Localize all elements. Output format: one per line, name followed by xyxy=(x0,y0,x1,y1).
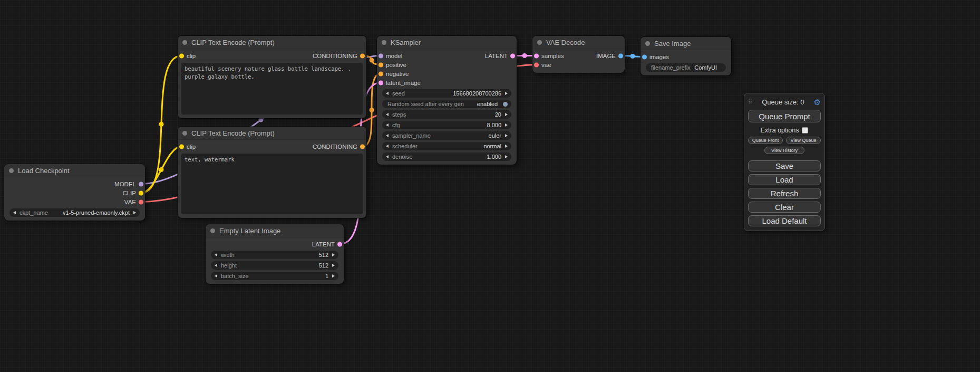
decrement-arrow-icon[interactable] xyxy=(386,92,389,95)
collapse-dot-icon[interactable] xyxy=(537,40,542,45)
refresh-button[interactable]: Refresh xyxy=(748,188,821,199)
increment-arrow-icon[interactable] xyxy=(133,211,136,214)
decrement-arrow-icon[interactable] xyxy=(386,113,389,116)
samples-input-dot[interactable] xyxy=(534,53,539,58)
widget-label: seed xyxy=(392,90,405,97)
denoise-widget[interactable]: denoise 1.000 xyxy=(382,152,511,161)
latent-image-input-dot[interactable] xyxy=(379,80,383,85)
view-queue-button[interactable]: View Queue xyxy=(786,137,821,144)
node-vae-decode[interactable]: VAE Decode samples IMAGE vae xyxy=(532,36,625,73)
vae-output-dot[interactable] xyxy=(139,199,143,204)
prompt-textarea[interactable]: beautiful scenery nature glass bottle la… xyxy=(181,63,363,115)
load-button[interactable]: Load xyxy=(748,174,821,185)
node-title-bar[interactable]: VAE Decode xyxy=(532,36,625,49)
queue-front-button[interactable]: Queue Front xyxy=(748,137,783,144)
batch-size-widget[interactable]: batch_size 1 xyxy=(211,272,338,280)
clip-output-dot[interactable] xyxy=(139,190,143,195)
images-input-dot[interactable] xyxy=(642,54,647,59)
node-title-bar[interactable]: Save Image xyxy=(641,37,731,50)
positive-input-dot[interactable] xyxy=(379,62,383,67)
input-slot-row: latent_image xyxy=(377,78,517,87)
node-title-bar[interactable]: CLIP Text Encode (Prompt) xyxy=(178,36,366,49)
node-title-bar[interactable]: CLIP Text Encode (Prompt) xyxy=(178,127,366,140)
save-button[interactable]: Save xyxy=(748,160,821,171)
node-title-bar[interactable]: KSampler xyxy=(377,36,517,49)
image-output-dot[interactable] xyxy=(618,53,623,58)
widget-value: 512 xyxy=(319,262,328,269)
increment-arrow-icon[interactable] xyxy=(505,134,508,137)
collapse-dot-icon[interactable] xyxy=(9,168,14,173)
node-load-checkpoint[interactable]: Load Checkpoint MODEL CLIP VAE ckpt xyxy=(4,164,145,221)
ckpt-name-widget[interactable]: ckpt_name v1-5-pruned-emaonly.ckpt xyxy=(9,208,140,217)
collapse-dot-icon[interactable] xyxy=(645,41,650,46)
seed-widget[interactable]: seed 156680208700286 xyxy=(382,89,511,98)
widget-value: 1 xyxy=(325,273,328,279)
collapse-dot-icon[interactable] xyxy=(382,40,386,45)
negative-input-dot[interactable] xyxy=(379,71,383,76)
decrement-arrow-icon[interactable] xyxy=(386,145,389,148)
extra-options-checkbox[interactable] xyxy=(802,127,808,133)
decrement-arrow-icon[interactable] xyxy=(386,134,389,137)
clear-button[interactable]: Clear xyxy=(748,202,821,213)
increment-arrow-icon[interactable] xyxy=(332,253,335,256)
node-save-image[interactable]: Save Image images filename_prefix ComfyU… xyxy=(641,37,731,75)
graph-canvas[interactable]: Load Checkpoint MODEL CLIP VAE ckpt xyxy=(0,0,980,372)
node-empty-latent-image[interactable]: Empty Latent Image LATENT width 512 heig… xyxy=(206,224,344,284)
prompt-textarea[interactable]: text, watermark xyxy=(181,154,363,214)
widget-value: euler xyxy=(489,132,501,139)
settings-gear-icon[interactable]: ⚙ xyxy=(814,98,821,106)
decrement-arrow-icon[interactable] xyxy=(215,274,217,278)
filename-prefix-widget[interactable]: filename_prefix ComfyUI xyxy=(646,63,726,72)
queue-small-buttons: Queue Front View Queue xyxy=(748,137,821,144)
widget-value: enabled xyxy=(477,101,498,107)
decrement-arrow-icon[interactable] xyxy=(13,211,16,214)
scheduler-widget[interactable]: scheduler normal xyxy=(382,142,511,150)
output-slot-row: CLIP xyxy=(4,188,145,197)
increment-arrow-icon[interactable] xyxy=(505,92,508,95)
decrement-arrow-icon[interactable] xyxy=(386,123,389,127)
widget-value: normal xyxy=(483,143,501,149)
toggle-indicator-icon[interactable] xyxy=(503,102,508,107)
node-clip-text-encode-negative[interactable]: CLIP Text Encode (Prompt) clip CONDITION… xyxy=(178,127,366,218)
width-widget[interactable]: width 512 xyxy=(211,251,338,259)
decrement-arrow-icon[interactable] xyxy=(386,155,389,158)
node-title-bar[interactable]: Load Checkpoint xyxy=(4,164,145,177)
widget-value: 512 xyxy=(319,252,328,258)
increment-arrow-icon[interactable] xyxy=(505,113,508,116)
height-widget[interactable]: height 512 xyxy=(211,261,338,270)
steps-widget[interactable]: steps 20 xyxy=(382,110,511,119)
random-seed-toggle-widget[interactable]: Random seed after every gen enabled xyxy=(382,100,511,108)
collapse-dot-icon[interactable] xyxy=(210,228,215,233)
increment-arrow-icon[interactable] xyxy=(505,123,508,127)
vae-input-dot[interactable] xyxy=(534,62,539,67)
queue-panel: ⠿ Queue size: 0 ⚙ Queue Prompt Extra opt… xyxy=(744,93,825,231)
widget-value: 8.000 xyxy=(487,122,501,128)
drag-handle-icon[interactable]: ⠿ xyxy=(748,99,752,106)
sampler-name-widget[interactable]: sampler_name euler xyxy=(382,131,511,140)
increment-arrow-icon[interactable] xyxy=(505,145,508,148)
queue-prompt-button[interactable]: Queue Prompt xyxy=(748,110,821,122)
widget-label: filename_prefix xyxy=(651,64,691,71)
node-clip-text-encode-positive[interactable]: CLIP Text Encode (Prompt) clip CONDITION… xyxy=(178,36,366,118)
clip-input-dot[interactable] xyxy=(179,144,184,149)
input-slot-label: latent_image xyxy=(377,80,421,86)
load-default-button[interactable]: Load Default xyxy=(748,215,821,226)
latent-output-dot[interactable] xyxy=(337,242,342,246)
increment-arrow-icon[interactable] xyxy=(332,274,335,278)
conditioning-output-dot[interactable] xyxy=(360,144,365,149)
model-output-dot[interactable] xyxy=(139,182,143,186)
conditioning-output-dot[interactable] xyxy=(360,53,365,58)
widget-value: ComfyUI xyxy=(694,64,717,71)
view-history-button[interactable]: View History xyxy=(764,147,804,154)
clip-input-dot[interactable] xyxy=(179,53,184,58)
decrement-arrow-icon[interactable] xyxy=(215,264,217,267)
decrement-arrow-icon[interactable] xyxy=(215,253,217,256)
latent-output-dot[interactable] xyxy=(510,53,515,58)
collapse-dot-icon[interactable] xyxy=(182,40,187,45)
node-ksampler[interactable]: KSampler model positive negative lat xyxy=(377,36,517,165)
increment-arrow-icon[interactable] xyxy=(505,155,508,158)
node-title-bar[interactable]: Empty Latent Image xyxy=(206,224,344,237)
collapse-dot-icon[interactable] xyxy=(182,131,187,136)
increment-arrow-icon[interactable] xyxy=(332,264,335,267)
cfg-widget[interactable]: cfg 8.000 xyxy=(382,121,511,129)
